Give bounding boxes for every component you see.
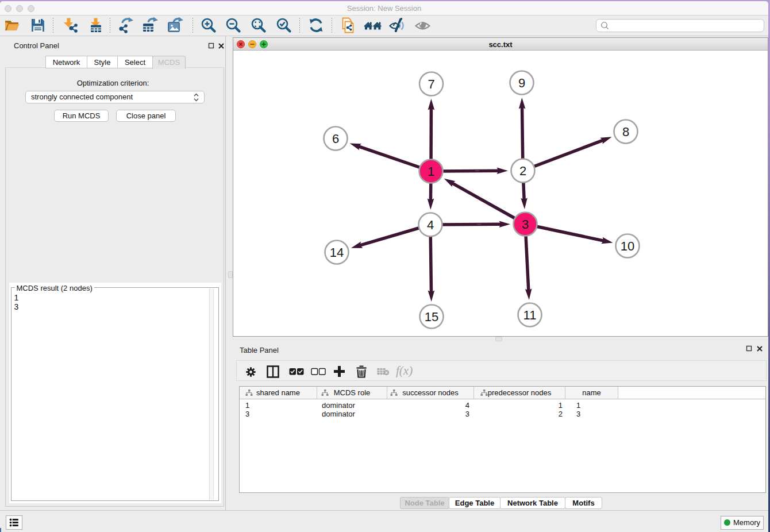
svg-text:1: 1 [428, 164, 434, 179]
svg-text:4: 4 [427, 218, 434, 232]
svg-text:3: 3 [522, 217, 529, 232]
svg-text:9: 9 [518, 76, 525, 90]
svg-text:7: 7 [428, 77, 434, 91]
svg-text:14: 14 [330, 245, 344, 260]
svg-text:10: 10 [621, 239, 634, 253]
svg-text:2: 2 [519, 164, 526, 178]
svg-text:11: 11 [523, 308, 537, 322]
svg-text:8: 8 [622, 125, 629, 139]
svg-text:6: 6 [332, 132, 339, 146]
svg-text:15: 15 [425, 310, 438, 324]
